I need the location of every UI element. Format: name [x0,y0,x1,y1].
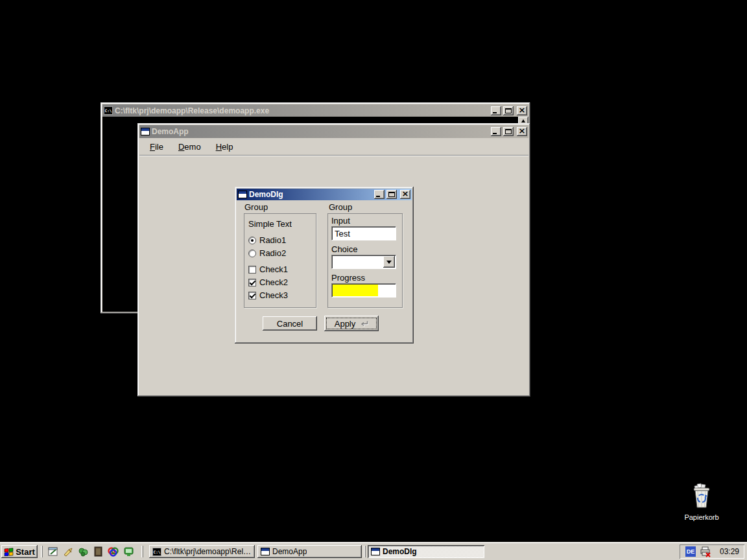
taskbar-button-label: C:\fltk\prj\demoapp\Rele... [164,547,252,556]
minimize-button[interactable] [491,106,501,115]
console-icon: C:\ [152,548,161,556]
apply-button[interactable]: Apply [324,316,379,331]
taskbar-button-label: DemoDlg [383,547,417,556]
minimize-button[interactable] [374,190,385,199]
quicklaunch-hand-pen-icon[interactable] [61,545,75,558]
recycle-bin-label: Papierkorb [676,513,728,521]
progress-label: Progress [331,273,365,283]
return-key-icon [359,320,368,327]
system-tray: DE 03:29 [680,544,744,559]
radio2-label: Radio2 [259,248,286,258]
close-button[interactable] [517,106,527,115]
input-field[interactable] [331,226,396,240]
taskbar-divider [141,546,143,557]
radio1-label: Radio1 [259,235,286,245]
console-icon: C:\ [104,106,113,115]
cancel-label: Cancel [277,319,303,329]
taskbar-button-console[interactable]: C:\ C:\fltk\prj\demoapp\Rele... [149,545,255,558]
radio2-button[interactable] [248,250,256,257]
menu-file[interactable]: File [145,140,168,154]
demodlg-window: DemoDlg Group Simple Text Radio1 Radio2 … [235,187,414,344]
desktop: C:\ C:\fltk\prj\demoapp\Release\demoapp.… [0,0,747,560]
window-icon [261,548,270,555]
recycle-bin-icon[interactable]: Papierkorb [676,483,728,521]
choice-value [332,257,335,266]
windows-logo-icon [4,548,14,556]
taskbar-divider [364,546,366,557]
down-arrow-icon [386,261,392,264]
trash-can-icon [689,483,714,509]
quicklaunch-document-pen-icon[interactable] [46,545,60,558]
static-text: Simple Text [248,219,292,229]
minimize-button[interactable] [491,127,501,136]
left-group-label: Group [244,202,268,212]
demodlg-titlebar[interactable]: DemoDlg [237,189,412,200]
cancel-button[interactable]: Cancel [263,316,317,331]
taskbar: Start C:\ C:\fltk\prj\demoapp\Rele... D [0,543,747,560]
console-title: C:\fltk\prj\demoapp\Release\demoapp.exe [115,106,489,115]
taskbar-button-demodlg[interactable]: DemoDlg [368,545,484,558]
check2-box[interactable] [248,279,256,286]
check2-label: Check2 [259,277,288,287]
radio-row[interactable]: Radio2 [248,248,286,258]
taskbar-button-label: DemoApp [272,547,307,556]
taskbar-button-demoapp[interactable]: DemoApp [257,545,362,558]
check-row[interactable]: Check2 [248,277,288,287]
check-row[interactable]: Check3 [248,290,288,300]
taskbar-divider [41,546,43,557]
menu-help[interactable]: Help [211,140,238,154]
demoapp-titlebar[interactable]: DemoApp [139,125,528,138]
quicklaunch-green-monitor-icon[interactable] [121,545,136,558]
up-arrow-icon [521,119,525,122]
progress-fill [333,285,378,296]
close-button[interactable] [400,190,410,199]
choice-label: Choice [331,244,357,254]
demoapp-title: DemoApp [152,127,489,136]
check3-box[interactable] [248,292,256,299]
close-button[interactable] [517,127,527,136]
start-label: Start [16,547,35,557]
quicklaunch-book-icon[interactable] [91,545,105,558]
check1-box[interactable] [248,266,256,274]
demoapp-icon [141,128,150,135]
window-icon [371,548,380,555]
menubar: File Demo Help [139,138,528,155]
check-row[interactable]: Check1 [248,264,288,274]
start-button[interactable]: Start [1,545,38,558]
progress-bar [331,283,396,298]
quicklaunch-color-rings-icon[interactable] [106,545,120,558]
check3-label: Check3 [259,290,288,300]
menu-demo[interactable]: Demo [174,140,206,154]
quicklaunch-green-plant-icon[interactable] [76,545,90,558]
clock[interactable]: 03:29 [720,547,739,556]
maximize-button[interactable] [503,106,514,115]
maximize-button[interactable] [386,190,397,199]
console-titlebar[interactable]: C:\ C:\fltk\prj\demoapp\Release\demoapp.… [102,104,528,117]
choice-dropdown[interactable] [331,255,396,269]
apply-label: Apply [335,319,356,329]
keyboard-layout-indicator[interactable]: DE [685,546,696,557]
maximize-button[interactable] [503,127,514,136]
demodlg-title: DemoDlg [249,190,372,199]
demodlg-icon [238,191,247,198]
choice-arrow-button[interactable] [383,256,395,268]
printer-error-icon[interactable] [700,546,711,557]
right-group-label: Group [329,202,352,212]
radio1-button[interactable] [248,237,256,244]
input-label: Input [331,216,350,226]
check1-label: Check1 [259,264,288,274]
radio-row[interactable]: Radio1 [248,235,286,245]
